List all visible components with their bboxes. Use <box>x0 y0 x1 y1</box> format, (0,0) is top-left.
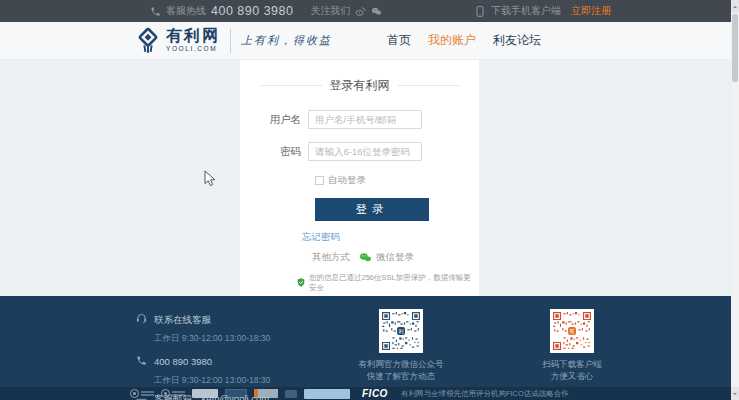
title-divider-left <box>260 85 322 86</box>
certification-bar: FICO 有利网与全球领先信用评分机构FICO达成战略合作 <box>0 386 739 400</box>
main-content: 登录有利网 用户名 密码 自动登录 登录 忘记密码 其他方式 <box>0 60 739 296</box>
password-label: 密码 <box>240 145 308 159</box>
scrollbar-thumb[interactable] <box>732 14 738 82</box>
qr-center-logo: 利 <box>396 326 406 336</box>
login-title-row: 登录有利网 <box>240 60 479 94</box>
security-note: 您的信息已通过256位SSL加密保护，数据传输更安全 <box>309 273 474 293</box>
auto-login-option[interactable]: 自动登录 <box>315 174 479 187</box>
hotline-number: 400 890 3980 <box>211 4 293 18</box>
top-utility-bar: 客服热线 400 890 3980 关注我们 下载手机客户端 立即注册 <box>0 0 739 22</box>
footer-contacts: 联系在线客服 工作日 9:30-12:00 13:00-18:30 400 89… <box>136 309 270 400</box>
contact-hotline: 400 890 3980 工作日 9:30-12:00 13:00-18:30 <box>136 351 270 387</box>
login-title: 登录有利网 <box>330 77 390 94</box>
qr-caption: 有利网官方微信公众号 快速了解官方动态 <box>345 358 457 383</box>
nav-home[interactable]: 首页 <box>387 32 411 49</box>
topbar-actions: 下载手机客户端 立即注册 <box>476 4 611 18</box>
brand-tagline: 上有利，得收益 <box>241 33 332 48</box>
wechat-icon[interactable] <box>371 6 382 17</box>
auto-login-checkbox[interactable] <box>315 176 324 185</box>
other-login-methods: 其他方式 微信登录 <box>312 251 479 264</box>
main-nav: 首页 我的账户 利友论坛 <box>387 32 541 49</box>
register-link[interactable]: 立即注册 <box>571 4 611 18</box>
hotline-label: 客服热线 <box>166 4 206 18</box>
qr-caption: 扫码下载客户端 方便又省心 <box>516 358 628 383</box>
hotline-group: 客服热线 400 890 3980 关注我们 <box>150 4 382 18</box>
brand-text: 有利网 YOOLI.COM <box>166 28 220 53</box>
cert-badge-6[interactable] <box>285 390 297 398</box>
fico-partnership-note: 有利网与全球领先信用评分机构FICO达成战略合作 <box>401 389 569 399</box>
mobile-phone-icon <box>476 6 487 17</box>
logo-divider <box>230 29 231 53</box>
download-app-label: 下载手机客户端 <box>491 4 561 18</box>
nav-forum[interactable]: 利友论坛 <box>493 32 541 49</box>
yooli-login-page: 客服热线 400 890 3980 关注我们 下载手机客户端 立即注册 <box>0 0 739 400</box>
contact-label: 400 890 3980 <box>154 356 212 367</box>
login-panel: 登录有利网 用户名 密码 自动登录 登录 忘记密码 其他方式 <box>240 60 479 296</box>
other-methods-label: 其他方式 <box>312 251 350 264</box>
title-divider-right <box>398 85 460 86</box>
headset-icon <box>136 310 147 321</box>
site-header: 有利网 YOOLI.COM 上有利，得收益 首页 我的账户 利友论坛 <box>0 22 739 60</box>
wechat-qr-block: 利 有利网官方微信公众号 快速了解官方动态 <box>345 309 457 383</box>
brand-name: 有利网 <box>166 28 220 44</box>
mouse-cursor <box>204 170 216 191</box>
contact-sub: 工作日 9:30-12:00 13:00-18:30 <box>154 375 270 385</box>
contact-label: 联系在线客服 <box>154 314 211 325</box>
scroll-down-button[interactable] <box>731 387 739 400</box>
phone-icon <box>150 6 161 17</box>
wechat-login-button[interactable]: 微信登录 <box>350 251 414 264</box>
wechat-icon <box>359 251 372 264</box>
brand-domain: YOOLI.COM <box>166 46 220 53</box>
qr-center-logo: 有 <box>567 326 577 336</box>
username-label: 用户名 <box>240 113 308 127</box>
weibo-icon[interactable] <box>355 6 366 17</box>
phone-icon <box>136 352 147 363</box>
site-footer: 联系在线客服 工作日 9:30-12:00 13:00-18:30 400 89… <box>0 296 739 386</box>
username-row: 用户名 <box>240 110 479 129</box>
forgot-password-link[interactable]: 忘记密码 <box>302 231 340 244</box>
security-note-row: 您的信息已通过256位SSL加密保护，数据传输更安全 <box>296 273 474 293</box>
follow-us-label: 关注我们 <box>310 4 350 18</box>
username-input[interactable] <box>308 110 422 129</box>
contact-label: 客服邮箱：kefu@yooli.com <box>154 393 269 400</box>
scroll-up-button[interactable] <box>731 0 739 13</box>
login-button[interactable]: 登录 <box>315 198 429 221</box>
app-qr-block: 有 扫码下载客户端 方便又省心 <box>516 309 628 383</box>
fico-logo: FICO <box>362 388 388 399</box>
contact-sub: 工作日 9:30-12:00 13:00-18:30 <box>154 333 270 343</box>
security-shield-icon <box>296 274 306 285</box>
wechat-qr-code: 利 <box>379 309 423 353</box>
auto-login-label: 自动登录 <box>328 174 366 187</box>
vertical-scrollbar[interactable] <box>731 0 739 400</box>
download-app-link[interactable]: 下载手机客户端 <box>476 4 561 18</box>
yooli-knot-icon <box>135 27 161 54</box>
nav-my-account[interactable]: 我的账户 <box>428 32 476 49</box>
contact-online-service[interactable]: 联系在线客服 工作日 9:30-12:00 13:00-18:30 <box>136 309 270 345</box>
contact-email[interactable]: 客服邮箱：kefu@yooli.com <box>136 393 270 400</box>
password-input[interactable] <box>308 142 422 161</box>
password-row: 密码 <box>240 142 479 161</box>
app-qr-code: 有 <box>550 309 594 353</box>
cert-badge-7[interactable] <box>304 389 350 399</box>
wechat-login-label: 微信登录 <box>376 251 414 264</box>
brand-logo[interactable]: 有利网 YOOLI.COM 上有利，得收益 <box>135 27 332 54</box>
